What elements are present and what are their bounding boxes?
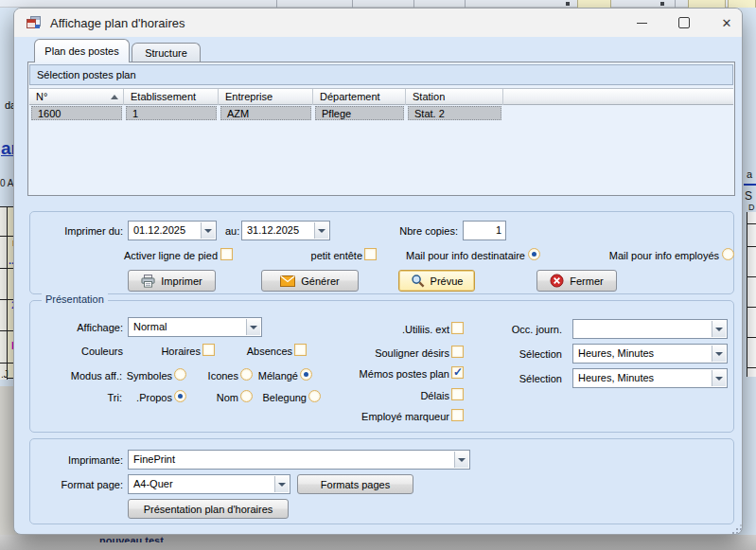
presentation-plan-horaires-button[interactable]: Présentation plan d'horaires bbox=[128, 499, 289, 519]
affichage-label: Affichage: bbox=[66, 321, 123, 334]
background-grid-line bbox=[675, 0, 676, 8]
couleurs-label: Couleurs bbox=[71, 345, 123, 358]
mail-employes-label: Mail pour info employés bbox=[541, 249, 719, 262]
tab-structure[interactable]: Structure bbox=[132, 43, 201, 62]
format-page-combobox[interactable]: A4-Quer bbox=[128, 474, 290, 494]
occ-journ-combobox[interactable] bbox=[572, 319, 728, 339]
memos-checkbox[interactable] bbox=[451, 366, 464, 379]
column-label: Etablissement bbox=[131, 91, 196, 102]
selection2-value: Heures, Minutes bbox=[578, 372, 654, 383]
column-header-departement[interactable]: Département bbox=[313, 89, 406, 105]
magnifier-icon bbox=[411, 274, 425, 288]
background-app-bottom: nouveau test bbox=[0, 535, 756, 550]
propos-radio[interactable] bbox=[174, 390, 186, 402]
affichage-value: Normal bbox=[133, 321, 167, 332]
background-table-line bbox=[747, 367, 756, 368]
melange-radio[interactable] bbox=[300, 368, 312, 381]
nom-radio[interactable] bbox=[240, 390, 253, 402]
print-from-label: Imprimer du: bbox=[47, 224, 123, 238]
background-table-line bbox=[747, 337, 756, 338]
background-grid-line bbox=[465, 0, 466, 8]
column-header-entreprise[interactable]: Entreprise bbox=[219, 89, 313, 105]
background-text-fragment bbox=[566, 2, 570, 6]
belegung-label: Belegung bbox=[257, 391, 307, 404]
dropdown-arrow-icon[interactable] bbox=[246, 319, 260, 335]
screen: da an 0 A D ... 2 P .J a S D bbox=[0, 0, 756, 550]
dropdown-arrow-icon[interactable] bbox=[454, 452, 468, 468]
envelope-icon bbox=[280, 275, 295, 287]
column-header-etablissement[interactable]: Etablissement bbox=[124, 89, 219, 105]
prevue-button[interactable]: Prévue bbox=[398, 270, 475, 292]
copies-input[interactable]: 1 bbox=[463, 221, 506, 240]
horaires-checkbox[interactable] bbox=[202, 344, 215, 356]
button-label: Présentation plan d'horaires bbox=[144, 504, 273, 515]
fermer-button[interactable]: Fermer bbox=[536, 270, 617, 292]
affichage-combobox[interactable]: Normal bbox=[128, 317, 262, 337]
souligner-label: Souligner désirs bbox=[317, 346, 449, 360]
souligner-checkbox[interactable] bbox=[451, 346, 464, 358]
cell-etablissement: 1 bbox=[126, 106, 217, 120]
selection1-label: Sélection bbox=[486, 347, 562, 361]
utilis-ext-checkbox[interactable] bbox=[451, 322, 464, 334]
background-text: S bbox=[745, 189, 752, 203]
tab-plan-des-postes[interactable]: Plan des postes bbox=[34, 39, 130, 62]
cell-numero: 1600 bbox=[31, 106, 122, 120]
dialog-affichage-plan-horaires: Affichage plan d'horaires Plan des poste… bbox=[13, 8, 743, 535]
mail-employes-radio[interactable] bbox=[722, 248, 734, 260]
delais-checkbox[interactable] bbox=[451, 388, 464, 400]
format-page-value: A4-Quer bbox=[133, 478, 173, 489]
selection2-combobox[interactable]: Heures, Minutes bbox=[572, 368, 728, 388]
dropdown-arrow-icon[interactable] bbox=[712, 346, 726, 362]
cell-entreprise: AZM bbox=[220, 106, 311, 120]
absences-label: Absences bbox=[236, 345, 292, 358]
button-label: Fermer bbox=[570, 275, 603, 287]
dropdown-arrow-icon[interactable] bbox=[712, 321, 726, 337]
print-to-date-value: 31.12.2025 bbox=[247, 224, 299, 236]
icones-radio[interactable] bbox=[240, 368, 253, 381]
absences-checkbox[interactable] bbox=[294, 344, 307, 356]
mail-destinataire-radio[interactable] bbox=[528, 248, 540, 260]
background-table-line bbox=[747, 246, 756, 247]
memos-label: Mémos postes plan bbox=[317, 367, 449, 381]
column-label: Entreprise bbox=[225, 91, 273, 102]
background-underline bbox=[744, 184, 756, 186]
table-row-selected[interactable]: 1600 1 AZM Pflege Stat. 2 bbox=[29, 105, 733, 121]
propos-label: .Propos bbox=[128, 391, 172, 404]
imprimer-button[interactable]: Imprimer bbox=[128, 270, 216, 292]
print-to-date-combobox[interactable]: 31.12.2025 bbox=[241, 221, 330, 240]
background-table bbox=[747, 212, 756, 377]
print-to-label: au: bbox=[225, 224, 239, 238]
column-header-station[interactable]: Station bbox=[406, 89, 503, 105]
horaires-label: Horaires bbox=[144, 345, 201, 358]
print-from-date-combobox[interactable]: 01.12.2025 bbox=[128, 221, 217, 240]
nom-label: Nom bbox=[205, 391, 238, 404]
symboles-radio[interactable] bbox=[174, 368, 186, 381]
employe-marqueur-label: Employé marqueur bbox=[317, 410, 449, 423]
formats-pages-button[interactable]: Formats pages bbox=[297, 474, 413, 494]
close-button[interactable] bbox=[711, 11, 743, 34]
dropdown-arrow-icon[interactable] bbox=[274, 476, 289, 492]
small-header-checkbox[interactable] bbox=[364, 248, 377, 260]
resize-grip[interactable] bbox=[736, 528, 738, 530]
button-label: Formats pages bbox=[321, 479, 390, 490]
background-status-text: nouveau test bbox=[99, 535, 164, 542]
dropdown-arrow-icon[interactable] bbox=[201, 222, 215, 239]
column-header-numero[interactable]: N° bbox=[29, 89, 124, 105]
employe-marqueur-checkbox[interactable] bbox=[451, 409, 464, 421]
maximize-button[interactable] bbox=[668, 11, 700, 34]
dropdown-arrow-icon[interactable] bbox=[712, 370, 726, 386]
tab-label: Plan des postes bbox=[44, 45, 118, 57]
dropdown-arrow-icon[interactable] bbox=[314, 222, 328, 239]
close-circle-icon bbox=[550, 274, 564, 288]
imprimante-combobox[interactable]: FinePrint bbox=[128, 450, 470, 470]
selection1-combobox[interactable]: Heures, Minutes bbox=[572, 344, 728, 364]
cell-station: Stat. 2 bbox=[408, 106, 501, 120]
footer-line-checkbox[interactable] bbox=[220, 248, 233, 260]
utilis-ext-label: .Utiliis. ext bbox=[317, 323, 449, 336]
sort-ascending-icon bbox=[111, 95, 118, 99]
titlebar[interactable]: Affichage plan d'horaires bbox=[14, 9, 742, 37]
app-window-icon bbox=[26, 15, 41, 30]
minimize-button[interactable] bbox=[625, 11, 658, 34]
presentation-group: Présentation Affichage: Normal Couleurs … bbox=[29, 300, 734, 433]
generer-button[interactable]: Générer bbox=[261, 270, 359, 292]
